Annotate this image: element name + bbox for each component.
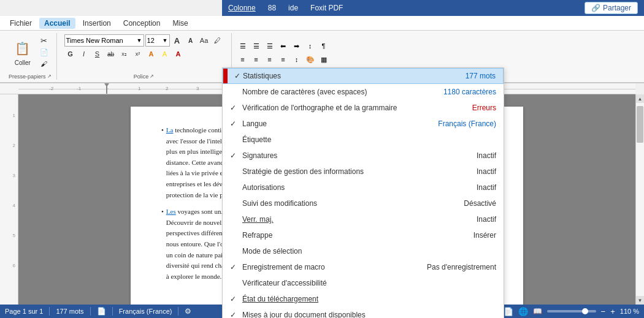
list-number-button[interactable]: ☰	[250, 40, 263, 52]
align-justify-button[interactable]: ≡	[277, 53, 289, 66]
font-size-select[interactable]: 12 ▼	[145, 34, 170, 47]
menu-mise[interactable]: Mise	[167, 18, 193, 29]
increase-indent-button[interactable]: ➡	[291, 40, 303, 52]
view-print-icon[interactable]: 📄	[504, 307, 513, 316]
check-enregistrement: ✓	[230, 263, 242, 271]
label-langue: Langue	[242, 119, 438, 128]
bold-button[interactable]: G	[64, 48, 77, 60]
dropdown-refrappe[interactable]: Refrappe Insérer	[223, 227, 504, 243]
align-center-button[interactable]: ≡	[250, 53, 263, 66]
clear-format-button[interactable]: 🖊	[212, 34, 224, 47]
foxit-label[interactable]: Foxit PDF	[310, 4, 343, 12]
decrease-font-button[interactable]: A	[185, 34, 197, 47]
coller-button[interactable]: 📋 Coller	[9, 34, 36, 70]
value-orthographe: Erreurs	[472, 104, 496, 112]
italic-button[interactable]: I	[78, 48, 90, 60]
status-lang[interactable]: Français (France)	[119, 308, 172, 315]
dropdown-etiquette[interactable]: Étiquette	[223, 132, 504, 148]
dropdown-nb-caracteres[interactable]: Nombre de caractères (avec espaces) 1180…	[223, 84, 504, 100]
doc-link-les[interactable]: Les	[166, 208, 176, 215]
decrease-indent-button[interactable]: ⬅	[277, 40, 289, 52]
dropdown-statistiques[interactable]: ✓ Statistiques 177 mots	[223, 68, 504, 84]
scroll-down-button[interactable]: ▼	[636, 296, 645, 305]
subscript-button[interactable]: x₂	[118, 48, 131, 60]
status-sep1	[49, 307, 50, 316]
zoom-slider[interactable]	[547, 310, 596, 312]
shading-button[interactable]: 🎨	[304, 53, 316, 66]
colonne-label[interactable]: Colonne	[228, 4, 256, 12]
label-enregistrement: Enregistrement de macro	[242, 263, 427, 271]
dropdown-strategie[interactable]: Stratégie de gestion des informations In…	[223, 164, 504, 180]
dropdown-suivi[interactable]: Suivi des modifications Désactivé	[223, 195, 504, 211]
coller-label: Coller	[15, 59, 31, 66]
align-right-button[interactable]: ≡	[264, 53, 276, 66]
scroll-track[interactable]	[636, 103, 644, 296]
zoom-in-button[interactable]: +	[610, 307, 615, 316]
status-zoom[interactable]: 110 %	[620, 308, 639, 315]
dropdown-accessibilite[interactable]: Vérificateur d'accessibilité	[223, 275, 504, 291]
value-statistiques: 177 mots	[466, 72, 496, 80]
presse-content: 📋 Coller ✂ 📄 🖌	[9, 33, 51, 71]
list-bullet-button[interactable]: ☰	[237, 40, 249, 52]
dropdown-mises-a-jour[interactable]: ✓ Mises à jour du document disponibles	[223, 307, 504, 318]
format-painter-button[interactable]: 🖌	[37, 58, 51, 69]
scroll-thumb[interactable]	[637, 106, 643, 143]
share-icon: 🔗	[591, 4, 600, 12]
dropdown-mode-selection[interactable]: Mode de sélection	[223, 243, 504, 259]
view-web-icon[interactable]: 🌐	[518, 307, 528, 316]
underline-button[interactable]: S	[91, 48, 104, 60]
scroll-up-button[interactable]: ▲	[636, 94, 645, 103]
increase-font-button[interactable]: A	[171, 34, 183, 47]
status-words[interactable]: 177 mots	[56, 308, 83, 315]
view-read-icon[interactable]: 📖	[533, 307, 542, 316]
dropdown-langue[interactable]: ✓ Langue Français (France)	[223, 116, 504, 132]
presse-expand-icon[interactable]: ↗	[47, 74, 52, 79]
value-autorisations: Inactif	[477, 183, 496, 192]
dropdown-signatures[interactable]: ✓ Signatures Inactif	[223, 148, 504, 164]
dropdown-menu: ✓ Statistiques 177 mots Nombre de caract…	[222, 67, 504, 318]
superscript-button[interactable]: x²	[132, 48, 144, 60]
share-label: Partager	[603, 4, 631, 12]
status-page[interactable]: Page 1 sur 1	[5, 308, 43, 315]
label-orthographe: Vérification de l'orthographe et de la g…	[242, 104, 472, 112]
dropdown-enregistrement[interactable]: ✓ Enregistrement de macro Pas d'enregist…	[223, 259, 504, 275]
show-marks-button[interactable]: ¶	[318, 40, 330, 52]
police-expand-icon[interactable]: ↗	[150, 74, 154, 79]
status-sep4	[178, 307, 178, 316]
font-color-button[interactable]: A	[172, 48, 185, 60]
sort-button[interactable]: ↕	[304, 40, 316, 52]
borders-button[interactable]: ▦	[318, 53, 330, 66]
zoom-out-button[interactable]: −	[601, 307, 606, 316]
label-suivi: Suivi des modifications	[242, 199, 464, 208]
cut-button[interactable]: ✂	[37, 35, 51, 46]
status-doc-icon[interactable]: 📄	[97, 307, 106, 316]
value-verr-maj: Inactif	[477, 215, 496, 224]
menu-insertion[interactable]: Insertion	[78, 18, 116, 29]
dropdown-telechargement[interactable]: ✓ État du téléchargement	[223, 291, 504, 307]
menu-conception[interactable]: Conception	[118, 18, 166, 29]
align-left-button[interactable]: ≡	[237, 53, 249, 66]
label-etiquette: Étiquette	[242, 135, 496, 144]
list-multilevel-button[interactable]: ☰	[264, 40, 276, 52]
label-verr-maj: Verr. maj.	[242, 215, 477, 224]
dropdown-autorisations[interactable]: Autorisations Inactif	[223, 180, 504, 195]
copy-button[interactable]: 📄	[37, 47, 51, 58]
strikethrough-button[interactable]: ab	[105, 48, 117, 60]
font-name-select[interactable]: Times New Roman ▼	[64, 34, 144, 47]
share-button[interactable]: 🔗 Partager	[585, 2, 638, 14]
font-name-value: Times New Roman	[66, 37, 123, 44]
dropdown-orthographe[interactable]: ✓ Vérification de l'orthographe et de la…	[223, 100, 504, 116]
font-name-dropdown-icon: ▼	[137, 37, 142, 44]
doc-link-la[interactable]: La	[166, 126, 174, 134]
dropdown-verr-maj[interactable]: Verr. maj. Inactif	[223, 211, 504, 227]
highlight-color-button[interactable]: A	[159, 48, 171, 60]
line-spacing-button[interactable]: ↕	[291, 53, 303, 66]
menu-fichier[interactable]: Fichier	[5, 18, 37, 29]
text-effects-button[interactable]: A	[145, 48, 158, 60]
menu-accueil[interactable]: Accueil	[39, 18, 75, 29]
para-content: ☰ ☰ ☰ ⬅ ➡ ↕ ¶ ≡ ≡ ≡ ≡ ↕ 🎨 ▦	[237, 33, 330, 72]
status-settings-icon[interactable]: ⚙	[185, 307, 191, 316]
change-case-button[interactable]: Aa	[198, 34, 210, 47]
coller-icon: 📋	[13, 39, 33, 58]
label-signatures: Signatures	[242, 151, 477, 160]
